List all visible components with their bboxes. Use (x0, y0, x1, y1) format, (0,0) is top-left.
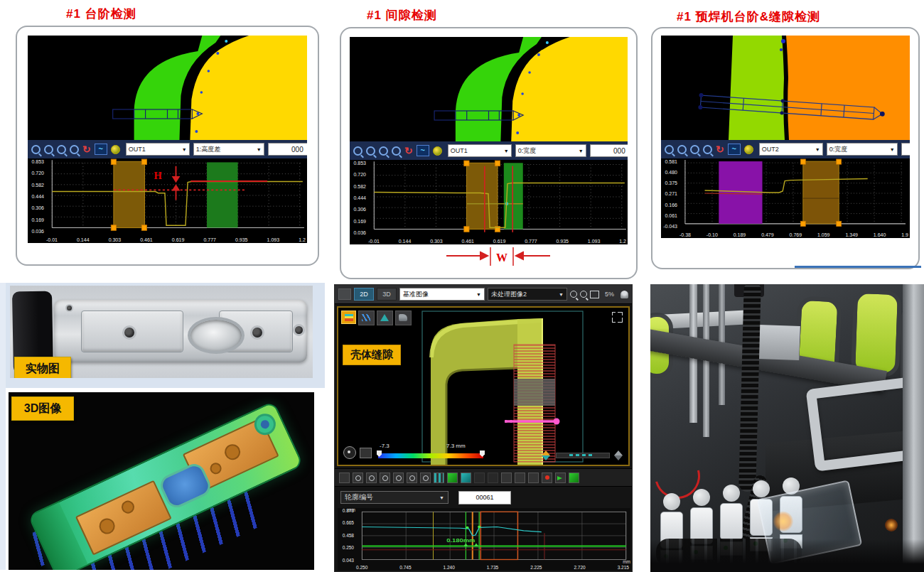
x-axis-labels: 0.250 0.745 1.240 1.735 2.225 2.720 3.21… (356, 566, 629, 571)
profile-graph-3: 0.581 0.480 0.375 0.271 0.166 0.061 -0.0… (661, 158, 910, 238)
profile-button[interactable] (358, 311, 375, 325)
zoom-fit-icon[interactable] (70, 145, 79, 154)
layout-icon[interactable] (338, 288, 351, 300)
pan-icon[interactable] (393, 473, 404, 483)
rect-move-icon[interactable] (515, 473, 525, 483)
base-image-select[interactable]: 基准图像 ▼ (399, 288, 485, 301)
marker-icon[interactable] (614, 450, 623, 460)
height-image-button[interactable] (341, 311, 356, 324)
y-tick: 0.036 (31, 229, 44, 234)
color-scale-bar[interactable] (378, 453, 483, 458)
y-tick: 0.582 (353, 184, 366, 189)
shape-button[interactable] (395, 311, 412, 325)
safety-window (851, 289, 902, 377)
chevron-down-icon: ▼ (182, 147, 187, 152)
zoom-out-icon[interactable] (677, 145, 687, 154)
x-tick: 0.461 (140, 237, 153, 242)
y-tick: 0.036 (353, 230, 366, 235)
zoom-rotate-icon[interactable] (380, 473, 390, 483)
x-tick: 0.303 (430, 239, 443, 244)
grid-icon[interactable] (434, 473, 444, 483)
colormap-button[interactable] (343, 446, 356, 459)
profile-zoom-icon[interactable] (407, 473, 417, 483)
palette-button[interactable] (360, 448, 372, 458)
profile-mode-icon[interactable]: ~ (728, 144, 741, 155)
tool-disabled-icon (488, 473, 498, 483)
user-icon[interactable] (621, 291, 628, 298)
scan-image (338, 308, 628, 465)
zoom-out-icon[interactable] (366, 146, 375, 156)
x-tick: 0.479 (761, 232, 774, 237)
profile-mode-icon[interactable]: ~ (95, 144, 107, 155)
x-tick: 1.059 (817, 232, 830, 237)
tool-disabled-icon (474, 473, 485, 483)
y-tick: 0.458 (343, 534, 354, 539)
panel2-title: #1 间隙检测 (367, 7, 437, 23)
y-tick: 0.720 (353, 172, 366, 177)
rect-scale-icon[interactable] (528, 473, 539, 483)
x-axis-labels: -0.38 -0.10 0.189 0.479 0.769 1.059 1.34… (679, 232, 908, 237)
roi-green-icon[interactable] (447, 473, 458, 483)
settings-icon[interactable] (111, 145, 120, 154)
x-tick: 1.735 (487, 566, 498, 571)
vr-image-view: 壳体缝隙 -7.3 7.3 mm (337, 306, 630, 466)
zoom-area-icon[interactable] (379, 146, 388, 156)
profile-mode-icon[interactable]: ~ (417, 145, 429, 156)
zoom-fit-icon[interactable] (392, 146, 401, 156)
zoom-out-icon[interactable] (366, 473, 377, 483)
zoom-out-icon[interactable] (44, 145, 53, 154)
reset-view-icon[interactable]: ↻ (404, 146, 413, 156)
fit-view-icon[interactable] (590, 291, 599, 298)
tab-2d[interactable]: 2D (354, 288, 374, 301)
profile-pan-icon[interactable] (420, 473, 431, 483)
measure-region-brown[interactable] (803, 161, 839, 224)
measure-region-brown[interactable] (466, 163, 498, 229)
zoom-in-icon[interactable] (353, 473, 363, 483)
measure-region-brown[interactable] (114, 161, 145, 227)
height-profile-line (374, 183, 625, 228)
horizontal-scrollbar[interactable] (556, 453, 610, 458)
reset-view-icon[interactable]: ↻ (82, 144, 91, 154)
settings-icon[interactable] (433, 146, 442, 156)
zoom-in-icon[interactable] (31, 145, 41, 154)
roi-teal-icon[interactable] (461, 473, 471, 483)
zoom-area-icon[interactable] (690, 145, 699, 154)
measure-mode-select[interactable]: 0:宽度 ▼ (827, 143, 898, 156)
zoom-in-icon[interactable] (353, 146, 362, 156)
x-tick: 1.093 (267, 237, 280, 242)
export-icon[interactable] (555, 473, 566, 483)
y-tick: 0.271 (665, 191, 677, 196)
x-tick: 0.777 (525, 239, 537, 244)
zoom-in-icon[interactable] (570, 291, 577, 298)
y-tick: 0.375 (665, 180, 677, 185)
measure-mode-select[interactable]: 1:高度差 ▼ (193, 143, 264, 156)
zoom-out-icon[interactable] (580, 291, 587, 298)
reference-region-green[interactable] (207, 162, 238, 227)
output-select-value: OUT1 (451, 147, 468, 154)
output-select[interactable]: OUT1 ▼ (448, 144, 512, 157)
fullscreen-icon[interactable] (612, 312, 623, 323)
reset-view-icon[interactable]: ↻ (716, 144, 724, 154)
zoom-fit-icon[interactable] (703, 145, 712, 154)
x-tick: 0.303 (109, 237, 122, 242)
scale-max: 7.3 mm (446, 443, 466, 449)
photo-label: 实物图 (14, 357, 71, 378)
settings-icon[interactable] (744, 145, 753, 154)
threed-panel: 3D图像 (9, 392, 314, 570)
output-select[interactable]: OUT2 ▼ (759, 143, 823, 156)
rect-select-icon[interactable] (501, 473, 512, 483)
terrain-button[interactable] (377, 311, 393, 325)
record-icon[interactable] (542, 473, 552, 483)
profile-number-select[interactable]: 轮廓编号 ▼ (340, 491, 448, 504)
report-icon[interactable] (569, 473, 579, 483)
preweld-screenshot: ↻ ~ OUT2 ▼ 0:宽度 ▼ 000 0.581 0.480 0.375 (661, 36, 910, 238)
select-icon[interactable] (339, 473, 350, 483)
zoom-area-icon[interactable] (57, 145, 66, 154)
marker-icon[interactable] (542, 450, 550, 460)
tab-3d[interactable]: 3D (377, 288, 397, 301)
zoom-in-icon[interactable] (665, 145, 674, 154)
sensor-head (758, 325, 800, 360)
image-type-select[interactable]: 未处理图像2 ▼ (488, 288, 567, 301)
output-select[interactable]: OUT1 ▼ (126, 143, 190, 156)
measure-mode-select[interactable]: 0:宽度 ▼ (515, 144, 586, 157)
